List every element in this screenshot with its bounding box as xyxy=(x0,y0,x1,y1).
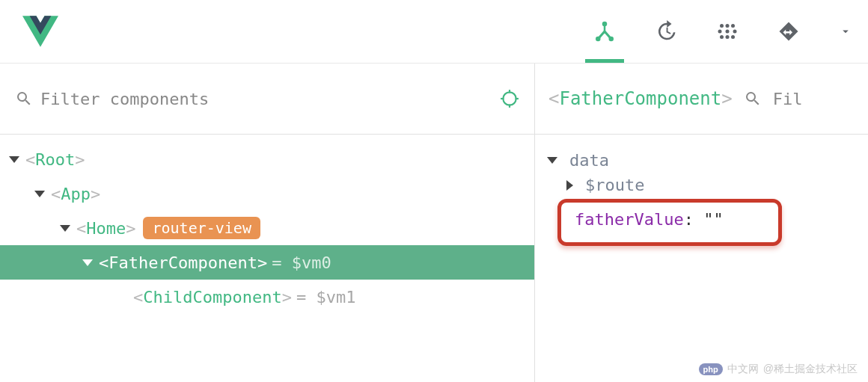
tab-routing[interactable] xyxy=(777,9,801,54)
svg-point-13 xyxy=(503,92,516,105)
svg-point-6 xyxy=(731,24,735,28)
svg-point-7 xyxy=(718,30,722,34)
svg-point-10 xyxy=(720,35,724,39)
caret-down-icon xyxy=(82,259,93,266)
chevron-down-icon xyxy=(839,25,852,38)
component-tree: <Root> <App> <Home> router-view <FatherC… xyxy=(0,135,534,314)
selected-component-title: <FatherComponent> xyxy=(548,88,733,109)
select-target-icon[interactable] xyxy=(500,89,519,108)
tab-more[interactable] xyxy=(838,9,853,54)
highlighted-property[interactable]: fatherValue: "" xyxy=(557,199,782,246)
svg-point-8 xyxy=(726,30,730,34)
data-section[interactable]: data xyxy=(544,148,859,173)
search-icon xyxy=(744,90,762,108)
tab-components[interactable] xyxy=(593,9,617,54)
tree-node-child-component[interactable]: <ChildComponent> = $vm1 xyxy=(0,280,534,314)
svg-point-12 xyxy=(731,35,735,39)
details-header: <FatherComponent> xyxy=(535,64,868,135)
route-property[interactable]: $route xyxy=(544,173,859,197)
components-panel: <Root> <App> <Home> router-view <FatherC… xyxy=(0,64,535,382)
tab-performance[interactable] xyxy=(715,9,739,54)
svg-point-11 xyxy=(726,35,730,39)
filter-components-input[interactable] xyxy=(40,90,492,108)
search-icon xyxy=(15,90,33,108)
components-filter-bar xyxy=(0,64,534,135)
top-bar xyxy=(0,0,868,64)
filter-details-input[interactable] xyxy=(773,90,803,108)
vm-reference: = $vm1 xyxy=(296,288,355,306)
routing-icon xyxy=(777,20,800,43)
caret-down-icon xyxy=(9,156,19,163)
tree-node-father-component[interactable]: <FatherComponent> = $vm0 xyxy=(0,245,534,280)
vue-logo xyxy=(22,13,58,49)
dots-icon xyxy=(716,20,739,43)
svg-point-4 xyxy=(720,24,724,28)
caret-right-icon xyxy=(566,180,573,191)
details-panel: <FatherComponent> data $route fatherValu… xyxy=(535,64,868,382)
caret-down-icon xyxy=(34,191,45,197)
vm-reference: = $vm0 xyxy=(272,253,331,272)
svg-point-9 xyxy=(733,30,737,34)
top-tabs xyxy=(593,0,853,63)
router-view-badge: router-view xyxy=(143,217,260,239)
history-icon xyxy=(655,20,677,43)
svg-point-5 xyxy=(726,24,730,28)
main-area: <Root> <App> <Home> router-view <FatherC… xyxy=(0,64,868,382)
tree-node-app[interactable]: <App> xyxy=(0,176,534,211)
tab-history[interactable] xyxy=(654,9,678,54)
tree-node-root[interactable]: <Root> xyxy=(0,142,534,176)
caret-down-icon xyxy=(547,157,557,164)
details-body: data $route fatherValue: "" xyxy=(535,135,868,259)
tree-node-home[interactable]: <Home> router-view xyxy=(0,211,534,245)
watermark: php 中文网 @稀土掘金技术社区 xyxy=(699,363,858,376)
components-icon xyxy=(593,20,616,43)
caret-down-icon xyxy=(60,225,70,232)
